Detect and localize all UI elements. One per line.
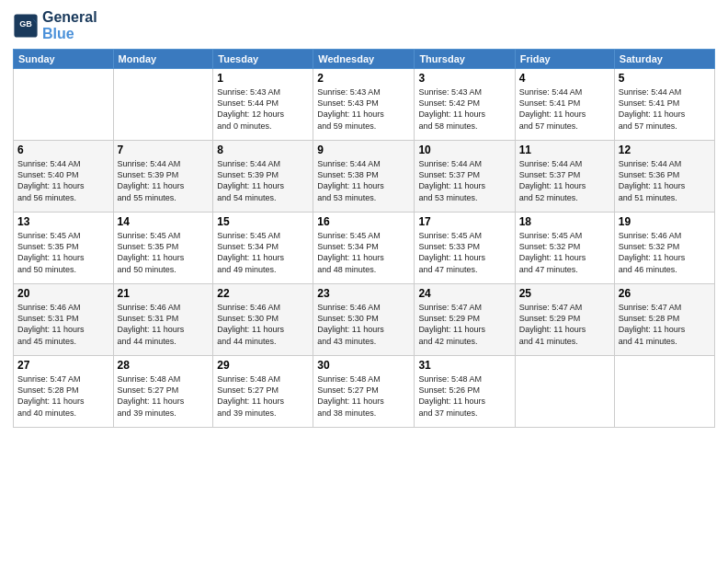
day-number: 1 [217,72,309,85]
col-header-saturday: Saturday [614,50,714,69]
day-info: Sunrise: 5:44 AM Sunset: 5:39 PM Dayligh… [217,158,309,203]
day-info: Sunrise: 5:45 AM Sunset: 5:32 PM Dayligh… [519,230,610,275]
day-number: 2 [317,72,410,85]
day-info: Sunrise: 5:46 AM Sunset: 5:31 PM Dayligh… [118,302,210,347]
col-header-monday: Monday [113,50,213,69]
logo-icon: GB [13,13,39,39]
day-number: 19 [619,215,711,228]
day-number: 13 [17,215,109,228]
day-number: 25 [519,287,610,300]
col-header-sunday: Sunday [14,50,114,69]
day-info: Sunrise: 5:45 AM Sunset: 5:34 PM Dayligh… [217,230,309,275]
calendar-cell: 2Sunrise: 5:43 AM Sunset: 5:43 PM Daylig… [313,69,415,141]
day-number: 20 [17,287,109,300]
day-number: 4 [519,72,610,85]
calendar-cell: 16Sunrise: 5:45 AM Sunset: 5:34 PM Dayli… [313,213,415,284]
calendar-cell: 10Sunrise: 5:44 AM Sunset: 5:37 PM Dayli… [415,141,515,213]
calendar-cell: 22Sunrise: 5:46 AM Sunset: 5:30 PM Dayli… [213,284,313,356]
calendar-cell: 27Sunrise: 5:47 AM Sunset: 5:28 PM Dayli… [14,356,114,428]
day-number: 16 [317,215,410,228]
calendar-cell: 1Sunrise: 5:43 AM Sunset: 5:44 PM Daylig… [213,69,313,141]
day-info: Sunrise: 5:44 AM Sunset: 5:37 PM Dayligh… [519,158,610,203]
calendar-cell: 23Sunrise: 5:46 AM Sunset: 5:30 PM Dayli… [313,284,415,356]
day-info: Sunrise: 5:47 AM Sunset: 5:28 PM Dayligh… [17,373,109,419]
day-info: Sunrise: 5:46 AM Sunset: 5:31 PM Dayligh… [17,302,109,347]
calendar-cell: 14Sunrise: 5:45 AM Sunset: 5:35 PM Dayli… [113,213,213,284]
day-info: Sunrise: 5:44 AM Sunset: 5:36 PM Dayligh… [619,158,711,203]
calendar-cell: 15Sunrise: 5:45 AM Sunset: 5:34 PM Dayli… [213,213,313,284]
header-row: SundayMondayTuesdayWednesdayThursdayFrid… [14,50,715,69]
day-number: 21 [118,287,210,300]
day-number: 23 [317,287,410,300]
day-info: Sunrise: 5:46 AM Sunset: 5:30 PM Dayligh… [217,302,309,347]
day-info: Sunrise: 5:47 AM Sunset: 5:29 PM Dayligh… [418,302,510,347]
calendar-cell: 3Sunrise: 5:43 AM Sunset: 5:42 PM Daylig… [415,69,515,141]
day-number: 31 [418,359,510,372]
calendar-cell: 4Sunrise: 5:44 AM Sunset: 5:41 PM Daylig… [515,69,614,141]
day-number: 5 [619,72,711,85]
day-number: 14 [118,215,210,228]
day-info: Sunrise: 5:44 AM Sunset: 5:41 PM Dayligh… [519,86,610,132]
day-number: 9 [317,144,410,156]
calendar-cell [14,69,114,141]
calendar-cell: 11Sunrise: 5:44 AM Sunset: 5:37 PM Dayli… [515,141,614,213]
day-info: Sunrise: 5:48 AM Sunset: 5:27 PM Dayligh… [217,373,309,419]
calendar-cell [515,356,614,428]
week-row-1: 1Sunrise: 5:43 AM Sunset: 5:44 PM Daylig… [14,69,715,141]
calendar-cell: 8Sunrise: 5:44 AM Sunset: 5:39 PM Daylig… [213,141,313,213]
day-number: 28 [118,359,210,372]
calendar-cell: 30Sunrise: 5:48 AM Sunset: 5:27 PM Dayli… [313,356,415,428]
col-header-friday: Friday [515,50,614,69]
calendar-cell: 26Sunrise: 5:47 AM Sunset: 5:28 PM Dayli… [614,284,714,356]
day-info: Sunrise: 5:44 AM Sunset: 5:37 PM Dayligh… [418,158,510,203]
day-info: Sunrise: 5:47 AM Sunset: 5:28 PM Dayligh… [619,302,711,347]
calendar-cell [113,69,213,141]
day-info: Sunrise: 5:45 AM Sunset: 5:34 PM Dayligh… [317,230,410,275]
day-info: Sunrise: 5:45 AM Sunset: 5:35 PM Dayligh… [17,230,109,275]
week-row-3: 13Sunrise: 5:45 AM Sunset: 5:35 PM Dayli… [14,213,715,284]
day-info: Sunrise: 5:44 AM Sunset: 5:38 PM Dayligh… [317,158,410,203]
calendar-cell: 29Sunrise: 5:48 AM Sunset: 5:27 PM Dayli… [213,356,313,428]
calendar-cell: 9Sunrise: 5:44 AM Sunset: 5:38 PM Daylig… [313,141,415,213]
day-info: Sunrise: 5:47 AM Sunset: 5:29 PM Dayligh… [519,302,610,347]
col-header-thursday: Thursday [415,50,515,69]
day-info: Sunrise: 5:45 AM Sunset: 5:33 PM Dayligh… [418,230,510,275]
day-info: Sunrise: 5:48 AM Sunset: 5:27 PM Dayligh… [317,373,410,419]
day-number: 26 [619,287,711,300]
calendar-cell [614,356,714,428]
calendar-cell: 13Sunrise: 5:45 AM Sunset: 5:35 PM Dayli… [14,213,114,284]
svg-text:GB: GB [19,19,32,29]
day-number: 10 [418,144,510,156]
day-number: 7 [118,144,210,156]
calendar-cell: 17Sunrise: 5:45 AM Sunset: 5:33 PM Dayli… [415,213,515,284]
week-row-5: 27Sunrise: 5:47 AM Sunset: 5:28 PM Dayli… [14,356,715,428]
col-header-tuesday: Tuesday [213,50,313,69]
day-number: 22 [217,287,309,300]
calendar-cell: 28Sunrise: 5:48 AM Sunset: 5:27 PM Dayli… [113,356,213,428]
day-info: Sunrise: 5:43 AM Sunset: 5:43 PM Dayligh… [317,86,410,132]
calendar-cell: 6Sunrise: 5:44 AM Sunset: 5:40 PM Daylig… [14,141,114,213]
calendar-cell: 5Sunrise: 5:44 AM Sunset: 5:41 PM Daylig… [614,69,714,141]
day-number: 24 [418,287,510,300]
col-header-wednesday: Wednesday [313,50,415,69]
day-info: Sunrise: 5:45 AM Sunset: 5:35 PM Dayligh… [118,230,210,275]
day-number: 8 [217,144,309,156]
day-info: Sunrise: 5:43 AM Sunset: 5:44 PM Dayligh… [217,86,309,132]
calendar-cell: 18Sunrise: 5:45 AM Sunset: 5:32 PM Dayli… [515,213,614,284]
day-info: Sunrise: 5:44 AM Sunset: 5:41 PM Dayligh… [619,86,711,132]
day-number: 6 [17,144,109,156]
day-number: 15 [217,215,309,228]
calendar-cell: 25Sunrise: 5:47 AM Sunset: 5:29 PM Dayli… [515,284,614,356]
page-header: GB General Blue [13,9,715,41]
day-number: 3 [418,72,510,85]
calendar-cell: 21Sunrise: 5:46 AM Sunset: 5:31 PM Dayli… [113,284,213,356]
logo-blue: Blue [42,26,97,42]
day-info: Sunrise: 5:46 AM Sunset: 5:32 PM Dayligh… [619,230,711,275]
day-number: 30 [317,359,410,372]
day-number: 27 [17,359,109,372]
day-number: 12 [619,144,711,156]
week-row-4: 20Sunrise: 5:46 AM Sunset: 5:31 PM Dayli… [14,284,715,356]
day-info: Sunrise: 5:46 AM Sunset: 5:30 PM Dayligh… [317,302,410,347]
day-info: Sunrise: 5:43 AM Sunset: 5:42 PM Dayligh… [418,86,510,132]
calendar-cell: 31Sunrise: 5:48 AM Sunset: 5:26 PM Dayli… [415,356,515,428]
